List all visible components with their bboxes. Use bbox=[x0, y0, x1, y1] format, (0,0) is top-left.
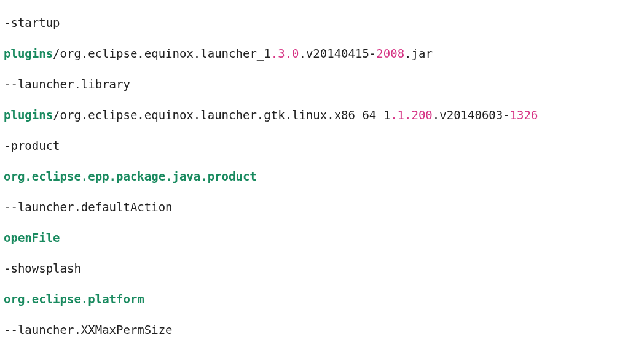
text: /org bbox=[53, 108, 81, 122]
config-file-editor[interactable]: -startup plugins/org.eclipse.equinox.lau… bbox=[0, 0, 644, 350]
text: --launcher.XXMaxPermSize bbox=[4, 323, 173, 336]
text: .v20140415- bbox=[299, 47, 376, 60]
text: --launcher.library bbox=[4, 77, 130, 91]
text: --launcher.defaultAction bbox=[4, 200, 173, 214]
keyword: org.eclipse.epp.package.java.product bbox=[4, 169, 257, 183]
keyword: openFile bbox=[4, 231, 60, 244]
text: -product bbox=[4, 139, 60, 152]
text: -startup bbox=[4, 16, 60, 29]
config-line: -showsplash bbox=[4, 261, 640, 276]
number: .1.200 bbox=[390, 108, 433, 122]
number: 2008 bbox=[376, 47, 404, 60]
number: 1326 bbox=[510, 108, 538, 122]
keyword: plugins bbox=[4, 108, 53, 122]
number: .3.0 bbox=[271, 47, 299, 60]
config-line: --launcher.library bbox=[4, 77, 640, 92]
config-line: plugins/org.eclipse.equinox.launcher_1.3… bbox=[4, 46, 640, 61]
keyword: plugins bbox=[4, 47, 53, 60]
config-line: org.eclipse.platform bbox=[4, 292, 640, 307]
config-line: plugins/org.eclipse.equinox.launcher.gtk… bbox=[4, 107, 640, 123]
config-line: -startup bbox=[4, 15, 640, 31]
text: .eclipse.equinox.launcher_1 bbox=[81, 47, 271, 60]
keyword: org.eclipse.platform bbox=[4, 292, 144, 306]
config-line: --launcher.XXMaxPermSize bbox=[4, 322, 640, 338]
config-line: org.eclipse.epp.package.java.product bbox=[4, 169, 640, 184]
config-line: openFile bbox=[4, 230, 640, 246]
text: -showsplash bbox=[4, 262, 81, 275]
text: .jar bbox=[404, 47, 433, 60]
text: .eclipse.equinox.launcher.gtk.linux.x86_… bbox=[81, 108, 390, 122]
text: /org bbox=[53, 47, 81, 60]
config-line: -product bbox=[4, 138, 640, 154]
text: .v20140603- bbox=[433, 108, 510, 122]
config-line: --launcher.defaultAction bbox=[4, 200, 640, 215]
